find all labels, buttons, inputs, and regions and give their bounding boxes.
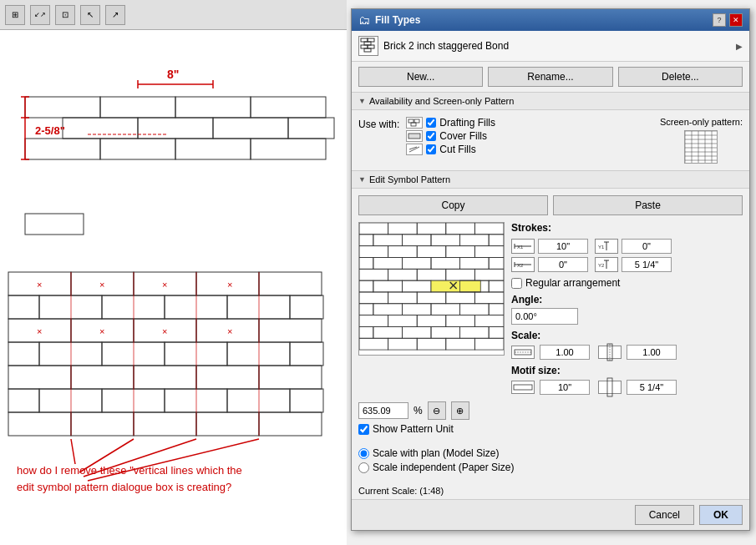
y1-stroke-icon: Y1 <box>595 239 618 254</box>
svg-rect-99 <box>431 235 460 246</box>
scale-independent-label: Scale independent (Paper Size) <box>373 462 514 473</box>
scale-independent-radio[interactable] <box>358 462 369 473</box>
svg-rect-138 <box>417 315 446 327</box>
pattern-dropdown-arrow[interactable]: ▶ <box>736 42 743 51</box>
new-button[interactable]: New... <box>358 67 483 87</box>
svg-rect-125 <box>359 292 388 304</box>
cad-toolbar: ⊞ ↙↗ ⊡ ↖ ↗ <box>0 0 347 30</box>
zoom-in-button[interactable]: ⊕ <box>451 401 469 420</box>
svg-rect-102 <box>489 235 504 246</box>
paste-button[interactable]: Paste <box>553 195 743 215</box>
svg-rect-8 <box>25 139 100 159</box>
svg-rect-1 <box>100 97 175 118</box>
svg-rect-10 <box>175 139 251 159</box>
strokes-label: Strokes: <box>511 222 743 234</box>
scale-y-icon <box>598 346 622 359</box>
toolbar-btn-3[interactable]: ⊡ <box>55 5 75 25</box>
svg-rect-46 <box>8 366 71 389</box>
copy-button[interactable]: Copy <box>358 195 548 215</box>
titlebar-controls: ? ✕ <box>713 13 743 27</box>
svg-rect-127 <box>417 292 446 304</box>
use-with-row: Use with: Drafting Fills <box>358 117 495 155</box>
svg-rect-123 <box>359 280 373 292</box>
svg-rect-79 <box>368 38 374 42</box>
availability-collapse-icon[interactable]: ▼ <box>358 97 366 105</box>
current-scale: Current Scale: (1:48) <box>352 482 749 499</box>
svg-rect-133 <box>460 304 490 315</box>
scale-row: 1.00 1.00 <box>511 345 743 360</box>
motif-height-icon <box>598 381 622 394</box>
ok-button[interactable]: OK <box>699 505 743 525</box>
svg-rect-145 <box>359 326 373 338</box>
pattern-selector-row: Brick 2 inch staggered Bond ▶ <box>352 31 749 62</box>
svg-rect-57 <box>8 412 71 436</box>
svg-rect-34 <box>8 295 39 319</box>
edit-symbol-section-label: Edit Symbol Pattern <box>369 174 450 184</box>
regular-arrangement-checkbox[interactable] <box>511 278 522 289</box>
svg-rect-81 <box>361 45 368 48</box>
svg-rect-83 <box>364 48 371 52</box>
dialog-overlay: 🗂 Fill Types ? ✕ Brick 2 inch stag <box>347 0 756 545</box>
cover-fills-checkbox[interactable] <box>426 131 436 141</box>
svg-rect-80 <box>364 42 371 45</box>
x2-stroke-icon: X2 <box>511 257 535 272</box>
cut-fills-label: Cut Fills <box>439 144 475 155</box>
cut-fills-checkbox[interactable] <box>426 144 436 154</box>
svg-rect-49 <box>196 366 259 389</box>
scale-with-plan-radio[interactable] <box>358 448 369 459</box>
motif-width-input[interactable]: 10" <box>540 380 590 395</box>
dialog-titlebar: 🗂 Fill Types ? ✕ <box>352 9 749 31</box>
toolbar-btn-2[interactable]: ↙↗ <box>30 5 50 25</box>
svg-rect-98 <box>402 235 431 246</box>
show-pattern-unit-checkbox[interactable] <box>358 424 369 435</box>
edit-symbol-collapse-icon[interactable]: ▼ <box>358 175 366 184</box>
close-button[interactable]: ✕ <box>729 13 743 27</box>
help-button[interactable]: ? <box>713 13 726 27</box>
cancel-button[interactable]: Cancel <box>635 505 694 525</box>
svg-rect-3 <box>251 97 326 118</box>
cover-fills-row: Cover Fills <box>406 130 495 142</box>
angle-input[interactable]: 0.00° <box>511 308 578 325</box>
toolbar-btn-5[interactable]: ↗ <box>105 5 125 25</box>
svg-rect-112 <box>359 257 373 269</box>
svg-rect-101 <box>359 235 373 246</box>
x1-input[interactable]: 10" <box>538 239 588 254</box>
svg-rect-143 <box>431 326 460 338</box>
y1-input[interactable]: 0" <box>622 239 672 254</box>
svg-rect-134 <box>359 304 373 315</box>
rename-button[interactable]: Rename... <box>488 67 612 87</box>
svg-rect-150 <box>446 338 475 350</box>
x2-input[interactable]: 0" <box>538 257 588 272</box>
percentage-input[interactable]: 635.09 <box>358 402 408 419</box>
svg-rect-87 <box>408 134 420 139</box>
scale-x-input[interactable]: 1.00 <box>540 345 590 360</box>
svg-rect-113 <box>489 257 504 269</box>
svg-rect-2 <box>175 97 251 118</box>
svg-text:×: × <box>37 280 42 290</box>
scale-y-input[interactable]: 1.00 <box>627 345 677 360</box>
delete-button[interactable]: Delete... <box>618 67 743 87</box>
svg-rect-119 <box>373 280 403 292</box>
drafting-fills-checkbox[interactable] <box>426 118 436 128</box>
svg-rect-82 <box>368 45 374 48</box>
svg-rect-118 <box>474 269 504 280</box>
motif-height-input[interactable]: 5 1/4" <box>627 380 677 395</box>
svg-text:×: × <box>162 280 167 290</box>
svg-rect-47 <box>71 366 134 389</box>
screen-pattern-label: Screen-only pattern: <box>660 117 743 127</box>
toolbar-btn-4[interactable]: ↖ <box>80 5 100 25</box>
svg-rect-91 <box>685 131 718 164</box>
svg-rect-45 <box>8 342 39 366</box>
svg-rect-139 <box>446 315 475 327</box>
svg-rect-128 <box>446 292 475 304</box>
y2-input[interactable]: 5 1/4" <box>622 257 672 272</box>
zoom-out-button[interactable]: ⊖ <box>428 401 446 420</box>
svg-text:Y2: Y2 <box>598 263 605 268</box>
svg-rect-7 <box>288 118 334 139</box>
svg-rect-105 <box>417 246 446 258</box>
toolbar-btn-1[interactable]: ⊞ <box>5 5 25 25</box>
svg-rect-39 <box>259 319 322 342</box>
svg-rect-58 <box>71 412 134 436</box>
svg-rect-107 <box>474 246 504 258</box>
svg-rect-28 <box>259 272 322 295</box>
